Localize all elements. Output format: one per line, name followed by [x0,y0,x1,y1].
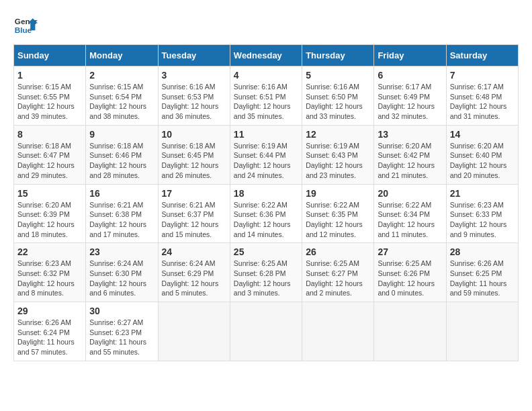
day-header-friday: Friday [374,45,446,66]
cell-info: Sunrise: 6:25 AM Sunset: 6:27 PM Dayligh… [306,259,370,298]
cell-day-number: 26 [306,246,370,257]
day-header-saturday: Saturday [446,45,518,66]
cell-info: Sunrise: 6:15 AM Sunset: 6:55 PM Dayligh… [17,82,82,122]
cell-info: Sunrise: 6:19 AM Sunset: 6:43 PM Dayligh… [306,141,370,181]
cell-info: Sunrise: 6:22 AM Sunset: 6:36 PM Dayligh… [234,200,298,240]
calendar-cell: 21Sunrise: 6:23 AM Sunset: 6:33 PM Dayli… [446,184,518,243]
calendar-cell: 26Sunrise: 6:25 AM Sunset: 6:27 PM Dayli… [302,243,374,302]
calendar-cell: 14Sunrise: 6:20 AM Sunset: 6:40 PM Dayli… [446,125,518,184]
cell-day-number: 1 [17,70,82,81]
cell-info: Sunrise: 6:18 AM Sunset: 6:45 PM Dayligh… [162,141,226,181]
cell-day-number: 14 [450,129,515,140]
day-header-wednesday: Wednesday [230,45,302,66]
calendar-cell: 3Sunrise: 6:16 AM Sunset: 6:53 PM Daylig… [158,66,230,126]
calendar-cell: 13Sunrise: 6:20 AM Sunset: 6:42 PM Dayli… [374,125,446,184]
cell-day-number: 3 [162,70,226,81]
calendar-week-2: 8Sunrise: 6:18 AM Sunset: 6:47 PM Daylig… [14,125,519,184]
cell-info: Sunrise: 6:24 AM Sunset: 6:29 PM Dayligh… [162,259,226,298]
cell-info: Sunrise: 6:26 AM Sunset: 6:25 PM Dayligh… [450,259,515,298]
cell-info: Sunrise: 6:23 AM Sunset: 6:32 PM Dayligh… [17,259,82,298]
cell-info: Sunrise: 6:22 AM Sunset: 6:34 PM Dayligh… [378,200,442,240]
calendar-week-1: 1Sunrise: 6:15 AM Sunset: 6:55 PM Daylig… [14,66,519,126]
cell-info: Sunrise: 6:21 AM Sunset: 6:38 PM Dayligh… [89,200,154,240]
cell-info: Sunrise: 6:25 AM Sunset: 6:26 PM Dayligh… [378,259,442,298]
cell-day-number: 8 [17,129,82,140]
cell-day-number: 7 [450,70,515,81]
calendar-cell: 16Sunrise: 6:21 AM Sunset: 6:38 PM Dayli… [86,184,158,243]
cell-info: Sunrise: 6:20 AM Sunset: 6:39 PM Dayligh… [17,200,82,240]
cell-day-number: 24 [162,246,226,257]
cell-day-number: 9 [89,129,154,140]
cell-day-number: 19 [306,188,370,199]
day-header-monday: Monday [86,45,158,66]
cell-day-number: 22 [17,246,82,257]
calendar-cell: 17Sunrise: 6:21 AM Sunset: 6:37 PM Dayli… [158,184,230,243]
calendar-cell: 22Sunrise: 6:23 AM Sunset: 6:32 PM Dayli… [14,243,86,302]
cell-info: Sunrise: 6:21 AM Sunset: 6:37 PM Dayligh… [162,200,226,240]
cell-day-number: 12 [306,129,370,140]
cell-day-number: 16 [89,188,154,199]
calendar-cell: 23Sunrise: 6:24 AM Sunset: 6:30 PM Dayli… [86,243,158,302]
calendar-week-3: 15Sunrise: 6:20 AM Sunset: 6:39 PM Dayli… [14,184,519,243]
cell-info: Sunrise: 6:19 AM Sunset: 6:44 PM Dayligh… [234,141,298,181]
calendar-cell: 12Sunrise: 6:19 AM Sunset: 6:43 PM Dayli… [302,125,374,184]
cell-info: Sunrise: 6:27 AM Sunset: 6:23 PM Dayligh… [89,318,154,357]
cell-info: Sunrise: 6:18 AM Sunset: 6:47 PM Dayligh… [17,141,82,181]
calendar-cell: 28Sunrise: 6:26 AM Sunset: 6:25 PM Dayli… [446,243,518,302]
calendar-cell: 20Sunrise: 6:22 AM Sunset: 6:34 PM Dayli… [374,184,446,243]
cell-info: Sunrise: 6:20 AM Sunset: 6:42 PM Dayligh… [378,141,442,181]
calendar-week-4: 22Sunrise: 6:23 AM Sunset: 6:32 PM Dayli… [14,243,519,302]
calendar-table: SundayMondayTuesdayWednesdayThursdayFrid… [13,44,519,361]
cell-day-number: 25 [234,246,298,257]
calendar-cell [374,302,446,361]
calendar-cell: 19Sunrise: 6:22 AM Sunset: 6:35 PM Dayli… [302,184,374,243]
calendar-cell: 7Sunrise: 6:17 AM Sunset: 6:48 PM Daylig… [446,66,518,126]
cell-info: Sunrise: 6:22 AM Sunset: 6:35 PM Dayligh… [306,200,370,240]
calendar-cell: 6Sunrise: 6:17 AM Sunset: 6:49 PM Daylig… [374,66,446,126]
calendar-cell [158,302,230,361]
cell-day-number: 13 [378,129,442,140]
calendar-cell: 18Sunrise: 6:22 AM Sunset: 6:36 PM Dayli… [230,184,302,243]
calendar-cell [302,302,374,361]
cell-day-number: 15 [17,188,82,199]
logo: General Blue [13,13,38,38]
cell-info: Sunrise: 6:20 AM Sunset: 6:40 PM Dayligh… [450,141,515,181]
calendar-cell: 9Sunrise: 6:18 AM Sunset: 6:46 PM Daylig… [86,125,158,184]
calendar-cell: 2Sunrise: 6:15 AM Sunset: 6:54 PM Daylig… [86,66,158,126]
page-header: General Blue [13,13,519,38]
cell-day-number: 29 [17,306,82,316]
calendar-week-5: 29Sunrise: 6:26 AM Sunset: 6:24 PM Dayli… [14,302,519,361]
cell-info: Sunrise: 6:23 AM Sunset: 6:33 PM Dayligh… [450,200,515,240]
cell-info: Sunrise: 6:25 AM Sunset: 6:28 PM Dayligh… [234,259,298,298]
svg-text:Blue: Blue [15,26,32,34]
cell-day-number: 27 [378,246,442,257]
cell-info: Sunrise: 6:18 AM Sunset: 6:46 PM Dayligh… [89,141,154,181]
cell-info: Sunrise: 6:15 AM Sunset: 6:54 PM Dayligh… [89,82,154,122]
calendar-cell: 8Sunrise: 6:18 AM Sunset: 6:47 PM Daylig… [14,125,86,184]
calendar-cell: 29Sunrise: 6:26 AM Sunset: 6:24 PM Dayli… [14,302,86,361]
cell-day-number: 17 [162,188,226,199]
cell-info: Sunrise: 6:16 AM Sunset: 6:51 PM Dayligh… [234,82,298,122]
cell-info: Sunrise: 6:16 AM Sunset: 6:50 PM Dayligh… [306,82,370,122]
day-header-thursday: Thursday [302,45,374,66]
cell-day-number: 6 [378,70,442,81]
cell-day-number: 18 [234,188,298,199]
cell-day-number: 28 [450,246,515,257]
calendar-cell: 30Sunrise: 6:27 AM Sunset: 6:23 PM Dayli… [86,302,158,361]
cell-info: Sunrise: 6:26 AM Sunset: 6:24 PM Dayligh… [17,318,82,357]
cell-day-number: 11 [234,129,298,140]
calendar-cell: 4Sunrise: 6:16 AM Sunset: 6:51 PM Daylig… [230,66,302,126]
calendar-cell: 25Sunrise: 6:25 AM Sunset: 6:28 PM Dayli… [230,243,302,302]
cell-day-number: 23 [89,246,154,257]
logo-icon: General Blue [13,13,38,38]
calendar-cell: 15Sunrise: 6:20 AM Sunset: 6:39 PM Dayli… [14,184,86,243]
cell-info: Sunrise: 6:17 AM Sunset: 6:49 PM Dayligh… [378,82,442,122]
cell-info: Sunrise: 6:16 AM Sunset: 6:53 PM Dayligh… [162,82,226,122]
cell-day-number: 4 [234,70,298,81]
cell-day-number: 30 [89,306,154,316]
day-header-tuesday: Tuesday [158,45,230,66]
calendar-cell: 27Sunrise: 6:25 AM Sunset: 6:26 PM Dayli… [374,243,446,302]
cell-info: Sunrise: 6:17 AM Sunset: 6:48 PM Dayligh… [450,82,515,122]
calendar-cell: 11Sunrise: 6:19 AM Sunset: 6:44 PM Dayli… [230,125,302,184]
calendar-cell: 10Sunrise: 6:18 AM Sunset: 6:45 PM Dayli… [158,125,230,184]
